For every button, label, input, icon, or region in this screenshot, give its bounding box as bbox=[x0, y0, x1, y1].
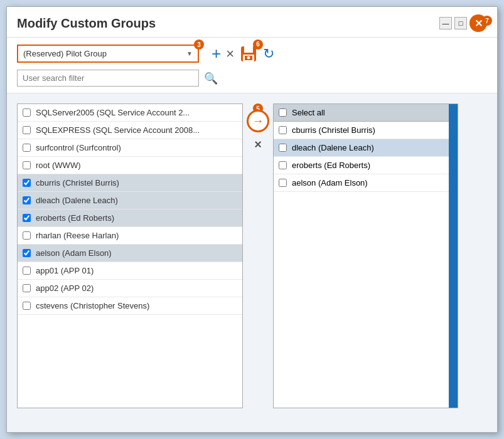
right-item-checkbox[interactable] bbox=[279, 179, 287, 187]
select-all-row[interactable]: Select all bbox=[274, 104, 458, 122]
list-item-checkbox[interactable] bbox=[23, 249, 31, 257]
search-icon[interactable]: 🔍 bbox=[204, 71, 218, 85]
arrow-right-icon: → bbox=[252, 115, 264, 128]
right-list: Select all cburris (Christel Burris) dle… bbox=[273, 103, 458, 408]
dropdown-row: (Reserved) Pilot Group ▼ 3 + × bbox=[17, 44, 487, 63]
left-list-scroll[interactable]: SQLServer2005 (SQL Service Account 2... … bbox=[18, 104, 242, 408]
list-item-text: cstevens (Christopher Stevens) bbox=[36, 301, 149, 310]
toolbar-area: (Reserved) Pilot Group ▼ 3 + × bbox=[7, 38, 497, 93]
list-item[interactable]: SQLEXPRESS (SQL Service Account 2008... bbox=[18, 122, 242, 139]
list-item-text: root (WWW) bbox=[36, 161, 80, 170]
list-item-checkbox[interactable] bbox=[23, 179, 31, 187]
list-item-text: SQLEXPRESS (SQL Service Account 2008... bbox=[36, 125, 200, 135]
group-dropdown-value: (Reserved) Pilot Group bbox=[23, 49, 107, 58]
right-item-checkbox[interactable] bbox=[279, 161, 287, 169]
list-item[interactable]: dleach (Dalene Leach) bbox=[18, 192, 242, 209]
list-item-checkbox[interactable] bbox=[23, 214, 31, 222]
middle-controls: 5 → × bbox=[243, 103, 273, 158]
maximize-button[interactable]: □ bbox=[454, 17, 467, 29]
lists-area: 4 SQLServer2005 (SQL Service Account 2..… bbox=[7, 93, 497, 418]
dialog-title: Modify Custom Groups bbox=[17, 16, 156, 31]
toolbar-icons: + × 6 ↻ bbox=[212, 44, 274, 63]
svg-rect-1 bbox=[244, 46, 253, 53]
list-item-text: aelson (Adam Elson) bbox=[36, 248, 112, 258]
select-all-checkbox[interactable] bbox=[279, 108, 287, 117]
title-bar: Modify Custom Groups — □ ✕ 7 bbox=[7, 7, 497, 38]
dropdown-arrow-icon: ▼ bbox=[186, 50, 193, 57]
dialog: Modify Custom Groups — □ ✕ 7 (Reserved) … bbox=[6, 6, 498, 433]
list-item-text: app02 (APP 02) bbox=[36, 283, 94, 293]
list-item-text: eroberts (Ed Roberts) bbox=[36, 213, 114, 223]
list-item-text: app01 (APP 01) bbox=[36, 266, 94, 275]
right-list-item[interactable]: eroberts (Ed Roberts) bbox=[274, 157, 458, 174]
list-item-checkbox[interactable] bbox=[23, 231, 31, 240]
list-item-text: SQLServer2005 (SQL Service Account 2... bbox=[36, 108, 190, 117]
list-item[interactable]: cburris (Christel Burris) bbox=[18, 174, 242, 192]
group-dropdown[interactable]: (Reserved) Pilot Group ▼ bbox=[17, 45, 199, 63]
right-item-checkbox[interactable] bbox=[279, 144, 287, 152]
right-item-text: eroberts (Ed Roberts) bbox=[292, 161, 370, 170]
list-item[interactable]: aelson (Adam Elson) bbox=[18, 245, 242, 262]
title-bar-controls: — □ ✕ 7 bbox=[439, 14, 487, 32]
list-item-checkbox[interactable] bbox=[23, 144, 31, 152]
badge-3: 3 bbox=[194, 40, 204, 50]
list-item[interactable]: SQLServer2005 (SQL Service Account 2... bbox=[18, 104, 242, 122]
list-item-checkbox[interactable] bbox=[23, 161, 31, 169]
right-list-item[interactable]: cburris (Christel Burris) bbox=[274, 122, 458, 139]
list-item[interactable]: root (WWW) bbox=[18, 157, 242, 174]
list-item-checkbox[interactable] bbox=[23, 126, 31, 134]
right-scrollbar[interactable] bbox=[449, 104, 458, 408]
list-item-checkbox[interactable] bbox=[23, 284, 31, 292]
right-item-text: aelson (Adam Elson) bbox=[292, 178, 368, 188]
list-item-checkbox[interactable] bbox=[23, 302, 31, 310]
select-all-label: Select all bbox=[292, 108, 325, 117]
list-item[interactable]: rharlan (Reese Harlan) bbox=[18, 227, 242, 245]
right-list-item[interactable]: aelson (Adam Elson) bbox=[274, 174, 458, 192]
svg-point-4 bbox=[247, 56, 250, 60]
list-item[interactable]: app02 (APP 02) bbox=[18, 280, 242, 297]
badge-6: 6 bbox=[253, 40, 263, 50]
list-item-text: surfcontrol (Surfcontrol) bbox=[36, 143, 121, 152]
add-button[interactable]: + bbox=[212, 44, 221, 63]
right-list-item[interactable]: dleach (Dalene Leach) bbox=[274, 139, 458, 157]
right-item-text: dleach (Dalene Leach) bbox=[292, 143, 374, 152]
list-item-checkbox[interactable] bbox=[23, 267, 31, 275]
badge-7: 7 bbox=[482, 16, 492, 26]
list-item[interactable]: surfcontrol (Surfcontrol) bbox=[18, 139, 242, 157]
left-list: 4 SQLServer2005 (SQL Service Account 2..… bbox=[17, 103, 243, 408]
list-item-text: cburris (Christel Burris) bbox=[36, 178, 119, 188]
list-item[interactable]: eroberts (Ed Roberts) bbox=[18, 209, 242, 227]
delete-button[interactable]: × bbox=[226, 46, 234, 62]
move-right-button[interactable]: → bbox=[247, 110, 269, 132]
list-item-text: rharlan (Reese Harlan) bbox=[36, 231, 119, 240]
search-row: 🔍 bbox=[17, 70, 487, 87]
save-icon-wrap: 6 bbox=[239, 45, 258, 63]
right-list-scroll[interactable]: cburris (Christel Burris) dleach (Dalene… bbox=[274, 122, 458, 408]
refresh-button[interactable]: ↻ bbox=[263, 46, 274, 62]
search-input[interactable] bbox=[17, 70, 199, 87]
close-btn-wrap: ✕ 7 bbox=[469, 14, 487, 32]
list-item[interactable]: app01 (APP 01) bbox=[18, 262, 242, 280]
list-item-text: dleach (Dalene Leach) bbox=[36, 196, 118, 205]
remove-button[interactable]: × bbox=[254, 137, 262, 152]
right-item-text: cburris (Christel Burris) bbox=[292, 125, 375, 135]
right-item-checkbox[interactable] bbox=[279, 126, 287, 134]
list-item-checkbox[interactable] bbox=[23, 108, 31, 117]
minimize-button[interactable]: — bbox=[439, 17, 452, 29]
list-item[interactable]: cstevens (Christopher Stevens) bbox=[18, 297, 242, 315]
list-item-checkbox[interactable] bbox=[23, 196, 31, 204]
